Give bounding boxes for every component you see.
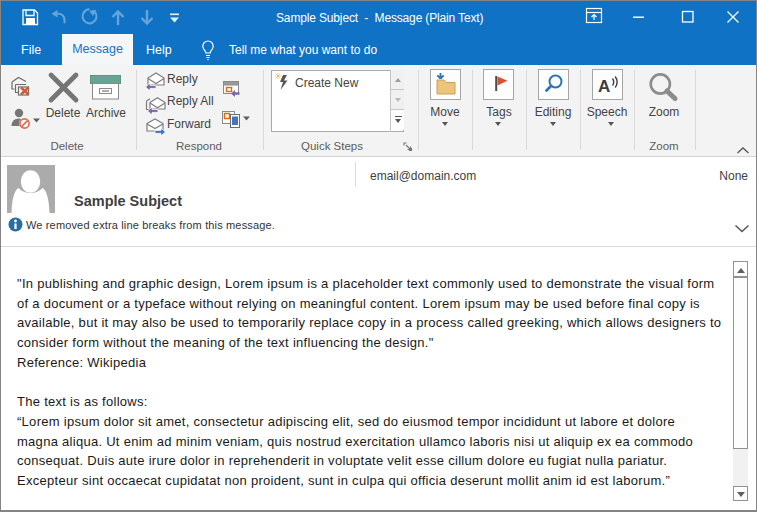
svg-text:A: A bbox=[598, 77, 610, 96]
